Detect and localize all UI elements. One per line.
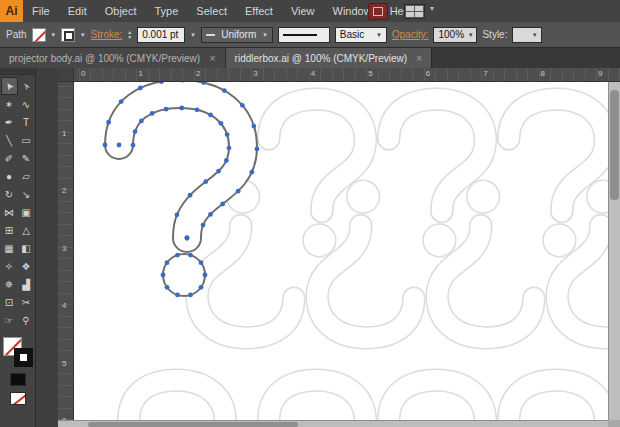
tool-mesh[interactable]: ▦ [1,239,18,257]
anchor-point[interactable] [119,99,124,104]
menu-edit[interactable]: Edit [59,0,96,22]
anchor-point[interactable] [224,158,229,163]
tool-line-segment[interactable]: ╲ [1,131,18,149]
tool-blob-brush[interactable]: ● [1,167,18,185]
anchor-point[interactable] [165,285,170,290]
tool-paintbrush[interactable]: ✐ [1,149,18,167]
tool-type[interactable]: T [18,113,35,131]
fill-dropdown-icon[interactable]: ▾ [51,31,57,39]
style-swatch-dropdown[interactable]: ▾ [512,27,542,43]
anchor-point[interactable] [117,143,122,148]
fill-color-swatch[interactable] [32,28,46,42]
canvas[interactable] [74,82,608,420]
vertical-scrollbar[interactable] [608,82,620,420]
tool-zoom[interactable]: ⚲ [18,311,35,329]
tool-lasso[interactable]: ∿ [18,95,35,113]
stroke-color-box[interactable] [14,348,33,367]
tool-eyedropper[interactable]: ✧ [1,257,18,275]
anchor-point[interactable] [199,260,204,265]
anchor-point[interactable] [255,146,260,151]
anchor-point[interactable] [222,88,227,93]
tab-close-icon[interactable]: × [209,52,215,64]
tool-magic-wand[interactable]: ✶ [1,95,18,113]
horizontal-scrollbar[interactable] [58,420,608,427]
anchor-point[interactable] [208,113,213,118]
menu-object[interactable]: Object [96,0,146,22]
anchor-point[interactable] [188,293,193,298]
tab-close-icon[interactable]: × [416,52,422,64]
anchor-point[interactable] [164,107,169,112]
anchor-point[interactable] [225,132,230,137]
anchor-point[interactable] [220,202,225,207]
selected-question-mark[interactable] [103,82,260,297]
tool-selection[interactable]: ➤ [1,77,18,95]
tools-panel-header[interactable] [0,68,35,75]
tool-width-tool[interactable]: ⋈ [1,203,18,221]
question-mark-shape[interactable] [509,380,606,420]
tool-shape-builder[interactable]: ⊞ [1,221,18,239]
anchor-point[interactable] [139,119,144,124]
tool-artboard[interactable]: ⊡ [1,293,18,311]
opacity-panel-link[interactable]: Opacity: [392,29,429,40]
width-profile-dropdown[interactable]: Uniform ▾ [201,27,273,43]
brush-dropdown[interactable]: Basic ▾ [335,27,387,43]
anchor-point[interactable] [179,106,184,111]
tool-eraser[interactable]: ▱ [18,167,35,185]
anchor-point[interactable] [150,111,155,116]
anchor-point[interactable] [203,179,208,184]
tool-rectangle[interactable]: ▭ [18,131,35,149]
question-mark-shape[interactable] [389,380,486,420]
anchor-point[interactable] [133,129,138,134]
stroke-weight-field[interactable]: 0.001 pt [137,27,185,43]
tool-direct-selection[interactable]: ➢ [18,77,35,95]
tool-blend[interactable]: ❖ [18,257,35,275]
anchor-point[interactable] [195,107,200,112]
anchor-point[interactable] [216,169,221,174]
anchor-point[interactable] [218,121,223,126]
document-tab-riddlerbox[interactable]: riddlerbox.ai @ 100% (CMYK/Preview) × [226,48,433,68]
anchor-point[interactable] [201,223,206,228]
tool-pencil[interactable]: ✎ [18,149,35,167]
artboard-canvas[interactable] [74,82,608,420]
anchor-point[interactable] [175,212,180,217]
anchor-point[interactable] [161,273,166,278]
anchor-point[interactable] [185,236,190,241]
stroke-panel-link[interactable]: Stroke: [91,29,123,40]
arrange-documents-icon[interactable] [404,4,425,19]
horizontal-scrollbar-thumb[interactable] [88,422,298,427]
tool-symbol-sprayer[interactable]: ✵ [1,275,18,293]
menu-select[interactable]: Select [187,0,236,22]
tool-gradient[interactable]: ◧ [18,239,35,257]
anchor-point[interactable] [199,285,204,290]
menu-type[interactable]: Type [146,0,188,22]
tool-scale[interactable]: ↘ [18,185,35,203]
color-button[interactable] [10,373,26,386]
bridge-icon[interactable] [368,3,388,20]
anchor-point[interactable] [208,212,213,217]
stroke-color-swatch[interactable] [61,28,75,42]
tool-slice[interactable]: ✂ [18,293,35,311]
tool-hand[interactable]: ☞ [1,311,18,329]
anchor-point[interactable] [188,253,193,258]
anchor-point[interactable] [251,124,256,129]
brush-preview-field[interactable] [278,27,330,43]
tool-free-transform[interactable]: ▣ [18,203,35,221]
vertical-scrollbar-thumb[interactable] [610,90,619,200]
anchor-point[interactable] [131,143,136,148]
anchor-point[interactable] [227,146,232,151]
menu-file[interactable]: File [23,0,59,22]
menu-view[interactable]: View [282,0,324,22]
stroke-weight-stepper[interactable]: ▲▼ [127,30,132,40]
anchor-point[interactable] [138,86,143,91]
none-button[interactable] [10,392,26,405]
anchor-point[interactable] [175,293,180,298]
anchor-point[interactable] [236,189,241,194]
opacity-field[interactable]: 100% ▾ [433,27,477,43]
anchor-point[interactable] [106,120,111,125]
anchor-point[interactable] [165,260,170,265]
question-mark-shape[interactable] [269,380,366,420]
anchor-point[interactable] [203,273,208,278]
stroke-swatch-dropdown-icon[interactable]: ▾ [80,31,86,39]
menu-effect[interactable]: Effect [236,0,282,22]
anchor-point[interactable] [188,193,193,198]
